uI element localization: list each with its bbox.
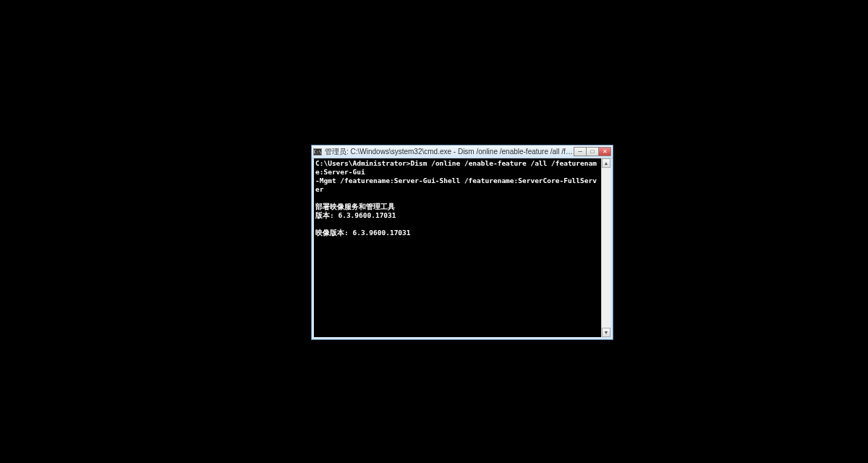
window-title: 管理员: C:\Windows\system32\cmd.exe - Dism …	[325, 148, 574, 156]
output-image-version: 映像版本: 6.3.9600.17031	[315, 229, 411, 237]
scroll-up-button[interactable]: ▲	[602, 158, 610, 168]
titlebar[interactable]: C:\ 管理员: C:\Windows\system32\cmd.exe - D…	[312, 145, 613, 158]
console-client-area: C:\Users\Administrator>Dism /online /ena…	[314, 158, 610, 337]
window-controls: ─ □ ✕	[574, 147, 611, 156]
prompt-text: C:\Users\Administrator>	[315, 159, 411, 167]
output-version: 版本: 6.3.9600.17031	[315, 211, 396, 219]
cmd-icon: C:\	[313, 148, 322, 156]
scroll-down-button[interactable]: ▼	[602, 328, 610, 337]
command-text-2: -Mgmt /featurename:Server-Gui-Shell /fea…	[315, 177, 597, 193]
minimize-button[interactable]: ─	[574, 147, 587, 156]
close-button[interactable]: ✕	[598, 147, 611, 156]
output-service-name: 部署映像服务和管理工具	[315, 203, 395, 211]
console-output[interactable]: C:\Users\Administrator>Dism /online /ena…	[314, 158, 601, 337]
vertical-scrollbar[interactable]: ▲ ▼	[601, 158, 610, 337]
cmd-window: C:\ 管理员: C:\Windows\system32\cmd.exe - D…	[311, 145, 613, 340]
maximize-button[interactable]: □	[586, 147, 599, 156]
